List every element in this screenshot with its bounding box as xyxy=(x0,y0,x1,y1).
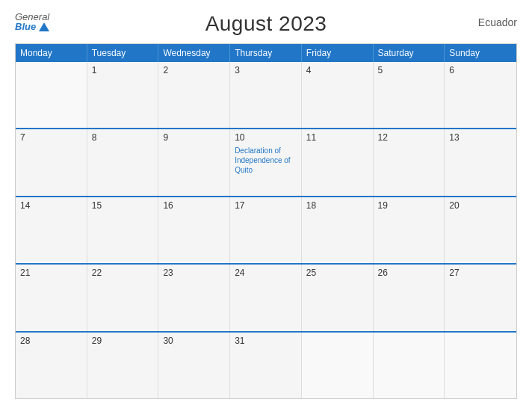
calendar-day-17: 17 xyxy=(230,197,302,263)
day-event-independence: Declaration of Independence of Quito xyxy=(235,146,297,175)
calendar-day-2: 2 xyxy=(158,62,230,128)
day-number: 17 xyxy=(235,200,297,211)
day-number: 13 xyxy=(449,132,512,143)
calendar-day-14: 14 xyxy=(16,197,87,263)
day-number: 22 xyxy=(92,268,154,278)
header-friday: Friday xyxy=(302,44,374,62)
logo-triangle-icon xyxy=(39,22,49,31)
calendar-day-31: 31 xyxy=(230,333,302,398)
calendar-day-headers: Monday Tuesday Wednesday Thursday Friday… xyxy=(16,44,516,62)
calendar-day-9: 9 xyxy=(158,129,230,195)
calendar-day-3: 3 xyxy=(230,62,302,128)
day-number: 20 xyxy=(449,200,512,211)
calendar-day-11: 11 xyxy=(302,129,374,195)
header-saturday: Saturday xyxy=(374,44,445,62)
calendar-day-20: 20 xyxy=(445,197,516,263)
calendar-day-24: 24 xyxy=(230,265,302,330)
calendar-day-w5-fri xyxy=(302,333,374,398)
calendar-day-29: 29 xyxy=(87,333,159,398)
calendar-day-w5-sat xyxy=(374,333,445,398)
calendar-week-3: 14 15 16 17 18 19 20 xyxy=(16,197,516,265)
logo: General Blue xyxy=(15,12,49,31)
day-number: 4 xyxy=(306,65,368,75)
day-number: 10 xyxy=(235,132,297,143)
calendar-day-12: 12 xyxy=(374,129,445,195)
day-number: 21 xyxy=(20,268,82,278)
day-number: 18 xyxy=(306,200,368,211)
logo-blue-text: Blue xyxy=(15,22,49,31)
calendar-day-27: 27 xyxy=(445,265,516,330)
calendar-day-22: 22 xyxy=(87,265,159,330)
day-number: 8 xyxy=(92,132,154,143)
day-number: 16 xyxy=(163,200,225,211)
day-number: 14 xyxy=(20,200,82,211)
day-number: 7 xyxy=(20,132,82,143)
calendar-day-13: 13 xyxy=(445,129,516,195)
header-thursday: Thursday xyxy=(230,44,302,62)
day-number: 9 xyxy=(163,132,225,143)
day-number: 23 xyxy=(163,268,225,278)
calendar-week-4: 21 22 23 24 25 26 27 xyxy=(16,265,516,332)
calendar-day-8: 8 xyxy=(87,129,159,195)
calendar-day-19: 19 xyxy=(374,197,445,263)
day-number: 27 xyxy=(449,268,512,278)
calendar-header: General Blue August 2023 Ecuador xyxy=(15,12,517,36)
day-number: 19 xyxy=(378,200,440,211)
day-number: 3 xyxy=(235,65,297,75)
calendar-day-w5-sun xyxy=(445,333,516,398)
calendar-day-10: 10 Declaration of Independence of Quito xyxy=(230,129,302,195)
calendar-day-6: 6 xyxy=(445,62,516,128)
calendar-day-30: 30 xyxy=(158,333,230,398)
calendar-grid: Monday Tuesday Wednesday Thursday Friday… xyxy=(15,43,517,399)
header-wednesday: Wednesday xyxy=(158,44,230,62)
calendar-day-15: 15 xyxy=(87,197,159,263)
calendar-day-25: 25 xyxy=(302,265,374,330)
calendar-day-16: 16 xyxy=(158,197,230,263)
header-sunday: Sunday xyxy=(445,44,516,62)
day-number: 12 xyxy=(378,132,440,143)
day-number: 28 xyxy=(20,336,82,346)
month-title: August 2023 xyxy=(205,12,327,36)
calendar-week-5: 28 29 30 31 xyxy=(16,333,516,398)
calendar-day-23: 23 xyxy=(158,265,230,330)
day-number: 1 xyxy=(92,65,154,75)
calendar-day-28: 28 xyxy=(16,333,87,398)
day-number: 2 xyxy=(163,65,225,75)
calendar-day-1: 1 xyxy=(87,62,159,128)
calendar-day-18: 18 xyxy=(302,197,374,263)
header-tuesday: Tuesday xyxy=(87,44,159,62)
day-number: 6 xyxy=(449,65,512,75)
country-label: Ecuador xyxy=(478,16,517,28)
calendar-day-5: 5 xyxy=(374,62,445,128)
calendar-body: 1 2 3 4 5 6 xyxy=(16,62,516,398)
calendar-week-2: 7 8 9 10 Declaration of Independence of … xyxy=(16,129,516,197)
calendar-day-21: 21 xyxy=(16,265,87,330)
day-number: 29 xyxy=(92,336,154,346)
day-number: 26 xyxy=(378,268,440,278)
header-monday: Monday xyxy=(16,44,87,62)
day-number: 25 xyxy=(306,268,368,278)
calendar-day-26: 26 xyxy=(374,265,445,330)
calendar-day-7: 7 xyxy=(16,129,87,195)
day-number: 30 xyxy=(163,336,225,346)
day-number: 5 xyxy=(378,65,440,75)
day-number: 11 xyxy=(306,132,368,143)
page: General Blue August 2023 Ecuador Monday … xyxy=(0,0,532,411)
day-number: 15 xyxy=(92,200,154,211)
calendar-day-w1-mon xyxy=(16,62,87,128)
day-number: 31 xyxy=(235,336,297,346)
calendar-day-4: 4 xyxy=(302,62,374,128)
calendar-week-1: 1 2 3 4 5 6 xyxy=(16,62,516,129)
day-number: 24 xyxy=(235,268,297,278)
